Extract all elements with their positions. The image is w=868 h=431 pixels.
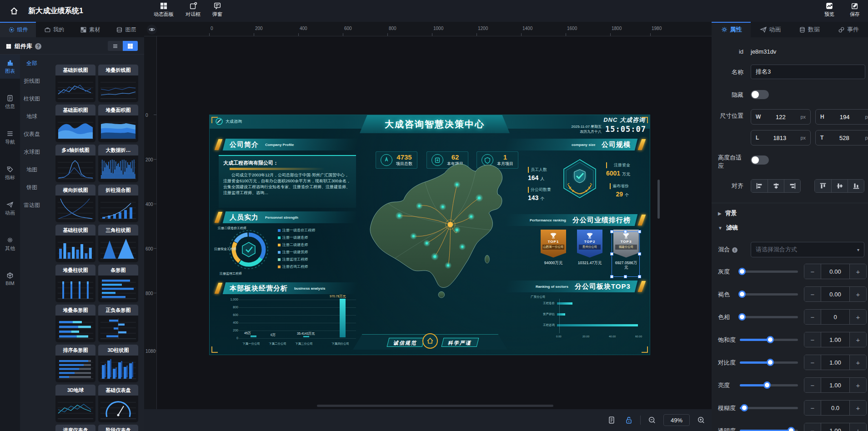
subcategory-饼图[interactable]: 饼图 bbox=[20, 179, 44, 196]
component-card-堆叠面积图[interactable]: 堆叠面积图 bbox=[98, 105, 138, 142]
component-card-进度仪表盘[interactable]: 进度仪表盘 bbox=[55, 425, 95, 431]
increase-button[interactable]: + bbox=[850, 310, 866, 324]
tab-我的[interactable]: 我的 bbox=[36, 22, 72, 37]
help-icon[interactable]: ? bbox=[35, 43, 41, 50]
decrease-button[interactable]: − bbox=[804, 355, 821, 370]
subcategory-仪表盘[interactable]: 仪表盘 bbox=[20, 125, 44, 143]
inspector-tab-事件[interactable]: 事件 bbox=[829, 22, 868, 37]
dim-field-T[interactable]: T528px bbox=[815, 130, 868, 145]
dim-field-L[interactable]: L1813px bbox=[751, 130, 811, 145]
component-card-堆叠柱状图[interactable]: 堆叠柱状图 bbox=[55, 265, 95, 302]
editor-canvas[interactable]: 0200400600800100012001400160018001980 02… bbox=[144, 22, 712, 431]
selection-handle[interactable] bbox=[624, 230, 627, 233]
decrease-button[interactable]: − bbox=[804, 310, 821, 324]
component-card-阶段仪表盘[interactable]: 阶段仪表盘 bbox=[98, 425, 138, 431]
slider-模糊度[interactable] bbox=[740, 407, 798, 409]
subcategory-水球图[interactable]: 水球图 bbox=[20, 143, 44, 161]
selection-handle[interactable] bbox=[610, 275, 613, 278]
rail-item-BIM[interactable]: BIM bbox=[0, 268, 20, 290]
dim-value-T[interactable]: 528 bbox=[826, 135, 862, 141]
stepper-value[interactable]: 1.00 bbox=[821, 378, 850, 392]
align-bottom-button[interactable] bbox=[848, 180, 864, 192]
subcategory-雷达图[interactable]: 雷达图 bbox=[20, 196, 44, 214]
increase-button[interactable]: + bbox=[850, 355, 866, 370]
increase-button[interactable]: + bbox=[850, 378, 866, 392]
selection-handle[interactable] bbox=[624, 275, 627, 278]
subcategory-地球[interactable]: 地球 bbox=[20, 108, 44, 125]
grid-view-button[interactable] bbox=[123, 41, 138, 51]
rail-item-图表[interactable]: 图表 bbox=[0, 55, 20, 79]
slider-对比度[interactable] bbox=[740, 361, 798, 364]
component-card-堆叠条形图[interactable]: 堆叠条形图 bbox=[55, 305, 95, 342]
increase-button[interactable]: + bbox=[850, 401, 866, 415]
component-card-三角柱状图[interactable]: 三角柱状图 bbox=[98, 225, 138, 262]
align-right-button[interactable] bbox=[784, 180, 800, 192]
decrease-button[interactable]: − bbox=[804, 378, 821, 392]
align-center-button[interactable] bbox=[768, 180, 784, 192]
slider-灰度[interactable] bbox=[740, 271, 798, 273]
home-button[interactable] bbox=[6, 5, 22, 17]
component-card-基础仪表盘[interactable]: 基础仪表盘 bbox=[98, 385, 138, 422]
selection-handle[interactable] bbox=[638, 275, 641, 278]
dashboard-component[interactable]: 大成咨询智慧决策中心 大成咨询 DNC 大成咨询 2025-11-07 星期五 … bbox=[209, 115, 650, 355]
tab-图层[interactable]: 图层 bbox=[108, 22, 144, 37]
filter-section-header[interactable]: ▼ 滤镜 bbox=[718, 224, 738, 232]
selection-handle[interactable] bbox=[610, 230, 613, 233]
dim-value-L[interactable]: 1813 bbox=[762, 135, 798, 141]
subcategory-地图[interactable]: 地图 bbox=[20, 161, 44, 179]
top-tool-对话框[interactable]: 对话框 bbox=[186, 2, 201, 18]
component-card-基础面积图[interactable]: 基础面积图 bbox=[55, 105, 95, 142]
component-card-正负条形图[interactable]: 正负条形图 bbox=[98, 305, 138, 342]
background-section-header[interactable]: ▶ 背景 bbox=[718, 209, 737, 217]
rail-item-指标[interactable]: 指标 bbox=[0, 161, 20, 185]
rail-item-导航[interactable]: 导航 bbox=[0, 126, 20, 150]
align-top-button[interactable] bbox=[815, 180, 831, 192]
component-card-多x轴折线图[interactable]: 多x轴折线图 bbox=[55, 145, 95, 182]
zoom-in-button[interactable] bbox=[695, 414, 707, 426]
component-card-3D地球[interactable]: 3D地球 bbox=[55, 385, 95, 422]
rail-item-信息[interactable]: 信息 bbox=[0, 90, 20, 114]
slider-褐色[interactable] bbox=[740, 293, 798, 296]
zoom-out-button[interactable] bbox=[646, 414, 658, 426]
stepper-value[interactable]: 1.00 bbox=[821, 332, 850, 347]
action-保存[interactable]: 保存 bbox=[850, 2, 860, 18]
component-card-条形图[interactable]: 条形图 bbox=[98, 265, 138, 302]
increase-button[interactable]: + bbox=[850, 332, 866, 347]
tab-组件[interactable]: 组件 bbox=[0, 22, 36, 37]
decrease-button[interactable]: − bbox=[804, 401, 821, 415]
tab-素材[interactable]: 素材 bbox=[72, 22, 108, 37]
action-预览[interactable]: 预览 bbox=[824, 2, 834, 18]
name-input[interactable] bbox=[751, 65, 865, 79]
dim-value-H[interactable]: 194 bbox=[827, 114, 863, 120]
rail-item-动画[interactable]: 动画 bbox=[0, 197, 20, 221]
top-tool-动态面板[interactable]: 动态面板 bbox=[154, 2, 174, 18]
page-settings-icon[interactable] bbox=[606, 414, 617, 426]
increase-button[interactable]: + bbox=[850, 264, 866, 279]
decrease-button[interactable]: − bbox=[804, 423, 821, 431]
inspector-tab-属性[interactable]: 属性 bbox=[712, 22, 751, 37]
inspector-tab-数据[interactable]: 数据 bbox=[790, 22, 829, 37]
hide-toggle[interactable] bbox=[751, 90, 769, 99]
selection-handle[interactable] bbox=[638, 230, 641, 233]
stepper-value[interactable]: 0.0 bbox=[821, 401, 850, 415]
subcategory-折线图[interactable]: 折线图 bbox=[20, 72, 44, 90]
slider-色相[interactable] bbox=[740, 316, 798, 318]
component-card-基础柱状图[interactable]: 基础柱状图 bbox=[55, 225, 95, 262]
selection-box[interactable] bbox=[612, 231, 640, 277]
increase-button[interactable]: + bbox=[850, 423, 866, 431]
slider-亮度[interactable] bbox=[740, 384, 798, 386]
zoom-level-input[interactable] bbox=[663, 414, 690, 426]
stepper-value[interactable]: 0 bbox=[821, 310, 850, 324]
align-left-button[interactable] bbox=[751, 180, 768, 192]
component-card-堆叠折线图[interactable]: 堆叠折线图 bbox=[98, 65, 138, 102]
rail-item-其他[interactable]: 其他 bbox=[0, 232, 20, 256]
dim-field-H[interactable]: H194px bbox=[815, 109, 868, 125]
eye-icon[interactable] bbox=[147, 25, 157, 35]
subcategory-柱状图[interactable]: 柱状图 bbox=[20, 90, 44, 108]
increase-button[interactable]: + bbox=[850, 287, 866, 301]
stepper-value[interactable]: 1.00 bbox=[821, 423, 850, 431]
dim-value-W[interactable]: 122 bbox=[763, 114, 798, 120]
stepper-value[interactable]: 0.00 bbox=[821, 287, 850, 301]
component-card-3D柱状图[interactable]: 3D柱状图 bbox=[98, 345, 138, 382]
unlock-icon[interactable] bbox=[623, 414, 635, 426]
